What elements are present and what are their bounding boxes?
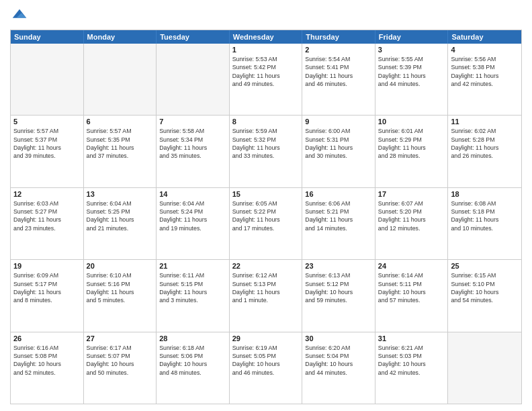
day-number: 17 xyxy=(378,190,445,198)
cal-header-tuesday: Tuesday xyxy=(157,30,230,44)
cal-day-8: 8Sunrise: 5:59 AMSunset: 5:32 PMDaylight… xyxy=(230,116,303,187)
day-info: Sunrise: 5:53 AMSunset: 5:42 PMDaylight:… xyxy=(232,55,300,88)
day-number: 20 xyxy=(87,262,154,270)
day-number: 14 xyxy=(159,190,226,198)
cal-day-25: 25Sunrise: 6:15 AMSunset: 5:10 PMDayligh… xyxy=(448,260,521,331)
cal-day-11: 11Sunrise: 6:02 AMSunset: 5:28 PMDayligh… xyxy=(448,116,521,187)
day-info: Sunrise: 6:04 AMSunset: 5:25 PMDaylight:… xyxy=(87,199,154,232)
cal-day-12: 12Sunrise: 6:03 AMSunset: 5:27 PMDayligh… xyxy=(11,188,84,259)
cal-week-3: 12Sunrise: 6:03 AMSunset: 5:27 PMDayligh… xyxy=(11,187,521,259)
logo-icon xyxy=(10,7,29,26)
cal-day-16: 16Sunrise: 6:06 AMSunset: 5:21 PMDayligh… xyxy=(302,188,375,259)
cal-week-4: 19Sunrise: 6:09 AMSunset: 5:17 PMDayligh… xyxy=(11,259,521,331)
cal-day-19: 19Sunrise: 6:09 AMSunset: 5:17 PMDayligh… xyxy=(11,260,84,331)
cal-day-empty xyxy=(448,332,521,404)
day-info: Sunrise: 5:56 AMSunset: 5:38 PMDaylight:… xyxy=(451,55,519,88)
cal-day-7: 7Sunrise: 5:58 AMSunset: 5:34 PMDaylight… xyxy=(157,116,230,187)
day-number: 23 xyxy=(305,262,372,270)
day-number: 9 xyxy=(305,118,372,126)
day-info: Sunrise: 5:57 AMSunset: 5:35 PMDaylight:… xyxy=(87,127,154,160)
day-info: Sunrise: 6:21 AMSunset: 5:03 PMDaylight:… xyxy=(378,344,445,377)
cal-day-20: 20Sunrise: 6:10 AMSunset: 5:16 PMDayligh… xyxy=(84,260,157,331)
day-number: 6 xyxy=(87,118,154,126)
day-info: Sunrise: 6:18 AMSunset: 5:06 PMDaylight:… xyxy=(159,344,226,377)
cal-header-monday: Monday xyxy=(84,30,157,44)
cal-header-friday: Friday xyxy=(375,30,449,44)
cal-day-2: 2Sunrise: 5:54 AMSunset: 5:41 PMDaylight… xyxy=(302,44,375,115)
cal-day-6: 6Sunrise: 5:57 AMSunset: 5:35 PMDaylight… xyxy=(84,116,157,187)
cal-day-24: 24Sunrise: 6:14 AMSunset: 5:11 PMDayligh… xyxy=(375,260,449,331)
cal-day-14: 14Sunrise: 6:04 AMSunset: 5:24 PMDayligh… xyxy=(157,188,230,259)
day-info: Sunrise: 6:07 AMSunset: 5:20 PMDaylight:… xyxy=(378,199,445,232)
logo xyxy=(10,7,32,26)
day-number: 24 xyxy=(378,262,445,270)
day-info: Sunrise: 6:01 AMSunset: 5:29 PMDaylight:… xyxy=(378,127,445,160)
day-info: Sunrise: 6:13 AMSunset: 5:12 PMDaylight:… xyxy=(305,271,372,304)
cal-week-2: 5Sunrise: 5:57 AMSunset: 5:37 PMDaylight… xyxy=(11,115,521,187)
cal-day-27: 27Sunrise: 6:17 AMSunset: 5:07 PMDayligh… xyxy=(84,332,157,404)
cal-day-17: 17Sunrise: 6:07 AMSunset: 5:20 PMDayligh… xyxy=(375,188,449,259)
cal-header-sunday: Sunday xyxy=(11,30,84,44)
day-info: Sunrise: 6:03 AMSunset: 5:27 PMDaylight:… xyxy=(13,199,81,232)
day-number: 12 xyxy=(13,190,81,198)
day-info: Sunrise: 6:20 AMSunset: 5:04 PMDaylight:… xyxy=(305,344,372,377)
day-number: 5 xyxy=(13,118,81,126)
day-info: Sunrise: 6:02 AMSunset: 5:28 PMDaylight:… xyxy=(451,127,519,160)
cal-day-15: 15Sunrise: 6:05 AMSunset: 5:22 PMDayligh… xyxy=(230,188,303,259)
cal-header-wednesday: Wednesday xyxy=(230,30,303,44)
cal-week-1: 1Sunrise: 5:53 AMSunset: 5:42 PMDaylight… xyxy=(11,44,521,115)
day-number: 21 xyxy=(159,262,226,270)
cal-day-22: 22Sunrise: 6:12 AMSunset: 5:13 PMDayligh… xyxy=(230,260,303,331)
day-info: Sunrise: 6:04 AMSunset: 5:24 PMDaylight:… xyxy=(159,199,226,232)
cal-day-29: 29Sunrise: 6:19 AMSunset: 5:05 PMDayligh… xyxy=(230,332,303,404)
day-number: 19 xyxy=(13,262,81,270)
day-number: 22 xyxy=(232,262,300,270)
day-info: Sunrise: 6:19 AMSunset: 5:05 PMDaylight:… xyxy=(232,344,300,377)
day-number: 1 xyxy=(232,46,300,54)
cal-day-30: 30Sunrise: 6:20 AMSunset: 5:04 PMDayligh… xyxy=(302,332,375,404)
calendar-body: 1Sunrise: 5:53 AMSunset: 5:42 PMDaylight… xyxy=(11,44,521,404)
calendar-header: SundayMondayTuesdayWednesdayThursdayFrid… xyxy=(11,30,521,44)
day-info: Sunrise: 5:57 AMSunset: 5:37 PMDaylight:… xyxy=(13,127,81,160)
day-number: 28 xyxy=(159,334,226,342)
day-info: Sunrise: 6:16 AMSunset: 5:08 PMDaylight:… xyxy=(13,344,81,377)
cal-day-empty xyxy=(157,44,230,115)
cal-day-23: 23Sunrise: 6:13 AMSunset: 5:12 PMDayligh… xyxy=(302,260,375,331)
day-number: 8 xyxy=(232,118,300,126)
day-number: 15 xyxy=(232,190,300,198)
cal-day-21: 21Sunrise: 6:11 AMSunset: 5:15 PMDayligh… xyxy=(157,260,230,331)
day-number: 11 xyxy=(451,118,519,126)
cal-header-saturday: Saturday xyxy=(448,30,521,44)
day-number: 27 xyxy=(87,334,154,342)
cal-day-3: 3Sunrise: 5:55 AMSunset: 5:39 PMDaylight… xyxy=(375,44,449,115)
cal-day-empty xyxy=(11,44,84,115)
cal-day-empty xyxy=(84,44,157,115)
day-info: Sunrise: 6:12 AMSunset: 5:13 PMDaylight:… xyxy=(232,271,300,304)
cal-week-5: 26Sunrise: 6:16 AMSunset: 5:08 PMDayligh… xyxy=(11,332,521,404)
cal-day-9: 9Sunrise: 6:00 AMSunset: 5:31 PMDaylight… xyxy=(302,116,375,187)
cal-day-5: 5Sunrise: 5:57 AMSunset: 5:37 PMDaylight… xyxy=(11,116,84,187)
day-number: 16 xyxy=(305,190,372,198)
cal-day-26: 26Sunrise: 6:16 AMSunset: 5:08 PMDayligh… xyxy=(11,332,84,404)
cal-day-13: 13Sunrise: 6:04 AMSunset: 5:25 PMDayligh… xyxy=(84,188,157,259)
day-number: 13 xyxy=(87,190,154,198)
day-number: 2 xyxy=(305,46,372,54)
cal-day-4: 4Sunrise: 5:56 AMSunset: 5:38 PMDaylight… xyxy=(448,44,521,115)
day-info: Sunrise: 6:14 AMSunset: 5:11 PMDaylight:… xyxy=(378,271,445,304)
day-info: Sunrise: 6:09 AMSunset: 5:17 PMDaylight:… xyxy=(13,271,81,304)
cal-header-thursday: Thursday xyxy=(302,30,375,44)
cal-day-1: 1Sunrise: 5:53 AMSunset: 5:42 PMDaylight… xyxy=(230,44,303,115)
day-info: Sunrise: 6:11 AMSunset: 5:15 PMDaylight:… xyxy=(159,271,226,304)
day-number: 26 xyxy=(13,334,81,342)
day-number: 18 xyxy=(451,190,519,198)
day-info: Sunrise: 6:00 AMSunset: 5:31 PMDaylight:… xyxy=(305,127,372,160)
cal-day-10: 10Sunrise: 6:01 AMSunset: 5:29 PMDayligh… xyxy=(375,116,449,187)
header xyxy=(10,7,522,26)
cal-day-18: 18Sunrise: 6:08 AMSunset: 5:18 PMDayligh… xyxy=(448,188,521,259)
day-number: 4 xyxy=(451,46,519,54)
day-info: Sunrise: 6:06 AMSunset: 5:21 PMDaylight:… xyxy=(305,199,372,232)
day-number: 31 xyxy=(378,334,445,342)
day-info: Sunrise: 6:08 AMSunset: 5:18 PMDaylight:… xyxy=(451,199,519,232)
cal-day-28: 28Sunrise: 6:18 AMSunset: 5:06 PMDayligh… xyxy=(157,332,230,404)
day-number: 7 xyxy=(159,118,226,126)
